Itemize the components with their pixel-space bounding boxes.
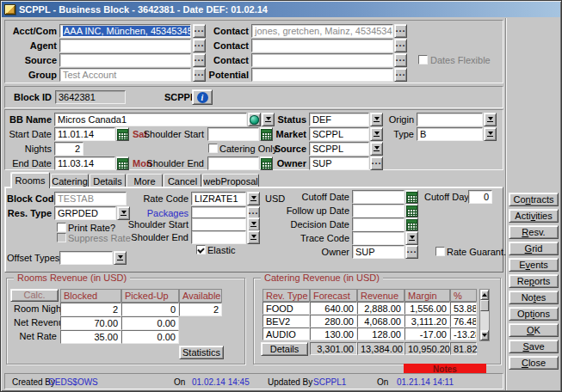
calc-button[interactable]: Calc.	[10, 289, 59, 302]
catering-scrollbar[interactable]	[479, 289, 490, 341]
contact1-lov-button[interactable]	[394, 24, 407, 38]
agent-field[interactable]	[59, 39, 191, 52]
cat-row-margin[interactable]: -17.00	[405, 328, 450, 340]
cat-row-margin[interactable]: 1,556.00	[405, 302, 450, 315]
reports-button[interactable]: Reports	[509, 274, 559, 288]
bb-name-field[interactable]: Micros Canada1	[54, 113, 247, 126]
options-button[interactable]: Options	[509, 307, 559, 321]
owner-field[interactable]: SUP	[309, 156, 369, 170]
contact2-field[interactable]	[251, 39, 393, 52]
ok-button[interactable]: OK	[509, 323, 559, 337]
cat-row-type[interactable]: BEV2	[262, 315, 310, 328]
rate-guarant-checkbox[interactable]	[435, 247, 445, 256]
dates-flexible-checkbox[interactable]	[418, 55, 428, 64]
res-type-field[interactable]: GRPDED	[54, 206, 116, 220]
end-date-field[interactable]: 11.03.14	[54, 156, 115, 170]
decision-date-field[interactable]	[352, 217, 405, 231]
status-field[interactable]: DEF	[309, 113, 369, 126]
statistics-button[interactable]: Statistics	[179, 346, 224, 359]
cat-row-type[interactable]: AUDIO	[262, 328, 310, 340]
catering-only-checkbox[interactable]	[208, 144, 218, 153]
trace-code-field[interactable]	[352, 231, 405, 245]
shoulder-start-field[interactable]	[207, 127, 259, 141]
nights-field[interactable]: 2	[54, 142, 83, 156]
notes-button[interactable]: Notes	[509, 291, 559, 304]
type-dropdown-button[interactable]	[484, 127, 497, 141]
source2-dropdown-button[interactable]	[370, 142, 383, 156]
offset-types-field[interactable]	[59, 251, 113, 265]
origin-field[interactable]	[417, 113, 483, 126]
market-field[interactable]: SCPPL	[309, 127, 369, 141]
tab-cancel[interactable]: Cancel	[164, 174, 201, 187]
start-date-field[interactable]: 11.01.14	[54, 127, 115, 141]
rooms-shoulder-end-field[interactable]	[191, 230, 246, 244]
property-info-button[interactable]: i	[192, 89, 213, 105]
contact3-lov-button[interactable]	[394, 53, 407, 67]
cat-row-percent[interactable]: 76.48	[450, 315, 477, 328]
events-button[interactable]: Events	[509, 258, 559, 272]
print-rate-checkbox[interactable]	[57, 223, 66, 232]
cat-row-forecast[interactable]: 280.00	[310, 315, 357, 328]
rooms-shoulder-start-dropdown-button[interactable]	[247, 217, 260, 231]
decision-date-calendar-button[interactable]	[405, 217, 418, 231]
grid-button[interactable]: Grid	[509, 242, 559, 255]
save-button[interactable]: Save	[509, 340, 559, 353]
tab-more[interactable]: More	[127, 174, 163, 187]
type-field[interactable]: B	[417, 127, 483, 141]
rooms-shoulder-start-field[interactable]	[191, 217, 246, 231]
cat-col-forecast: Forecast	[310, 289, 357, 302]
group-field[interactable]: Test Account	[59, 68, 191, 82]
rate-code-dropdown-button[interactable]	[247, 192, 260, 205]
details-button[interactable]: Details	[261, 342, 308, 356]
activities-button[interactable]: Activities	[509, 209, 559, 223]
trace-code-dropdown-button[interactable]	[405, 231, 418, 245]
room-nights-picked-up: 0	[121, 303, 179, 316]
decision-date-label: Decision Date	[274, 219, 349, 230]
tab-rooms[interactable]: Rooms	[10, 172, 50, 188]
packages-link-label[interactable]: Packages	[115, 208, 188, 219]
acct-com-field[interactable]: AAA INC, München, 45345345	[59, 24, 191, 38]
tab-catering[interactable]: Catering	[51, 174, 89, 187]
potential-field[interactable]	[251, 68, 393, 82]
cutoff-date-field[interactable]	[352, 190, 405, 204]
cat-row-forecast[interactable]: 640.00	[310, 302, 357, 315]
scrollbar-thumb[interactable]	[480, 300, 489, 311]
elastic-checkbox[interactable]	[196, 245, 206, 254]
shoulder-end-field[interactable]	[207, 156, 259, 170]
cat-row-forecast[interactable]: 130.00	[310, 328, 357, 340]
cat-row-revenue[interactable]: 4,068.00	[357, 315, 405, 328]
cat-row-percent[interactable]: 53.88	[450, 302, 477, 315]
scroll-down-button[interactable]	[480, 330, 489, 340]
title-bar[interactable]: SCPPL - Business Block - 3642381 - Date …	[2, 2, 560, 17]
origin-dropdown-button[interactable]	[484, 113, 497, 126]
source2-field[interactable]: SCPPL	[309, 142, 369, 156]
tab-webproposal[interactable]: webProposal	[202, 174, 259, 187]
close-button[interactable]: Close	[509, 356, 559, 370]
cat-row-type[interactable]: FOOD	[262, 302, 310, 315]
rooms-owner-lov-button[interactable]	[405, 245, 418, 259]
source-field[interactable]	[59, 53, 191, 67]
offset-types-dropdown-button[interactable]	[114, 251, 127, 265]
rate-code-field[interactable]: LIZRATE1	[191, 192, 246, 205]
contact2-lov-button[interactable]	[394, 39, 407, 52]
contracts-button[interactable]: Contracts	[509, 193, 559, 206]
cutoff-date-calendar-button[interactable]	[405, 190, 418, 204]
potential-lov-button[interactable]	[394, 68, 407, 82]
tab-details[interactable]: Details	[90, 174, 126, 187]
follow-up-date-calendar-button[interactable]	[405, 204, 418, 217]
contact1-field[interactable]: jones, gretchen, Mainz, 45345345	[251, 24, 393, 38]
cutoff-days-field[interactable]: 0	[468, 190, 492, 204]
contact3-field[interactable]	[251, 53, 393, 67]
suppress-rate-checkbox[interactable]	[57, 233, 66, 242]
owner-lov-button[interactable]	[370, 156, 383, 170]
rooms-owner-field[interactable]: SUP	[352, 245, 405, 259]
cat-row-revenue[interactable]: 2,888.00	[357, 302, 405, 315]
cat-row-percent[interactable]: -13.28	[450, 328, 477, 340]
resv-button[interactable]: Resv.	[509, 225, 559, 239]
scroll-up-button[interactable]	[480, 290, 489, 300]
cat-row-margin[interactable]: 3,111.20	[405, 315, 450, 328]
block-id-field[interactable]: 3642381	[55, 90, 126, 104]
follow-up-date-field[interactable]	[352, 204, 405, 217]
cat-row-revenue[interactable]: 128.00	[357, 328, 405, 340]
rooms-shoulder-end-dropdown-button[interactable]	[247, 230, 260, 244]
